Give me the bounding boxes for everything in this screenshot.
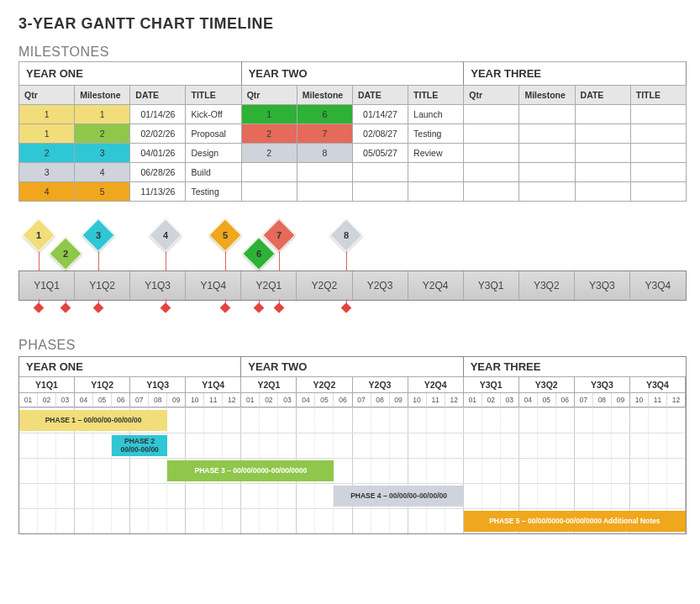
phase-month-head: 08	[593, 393, 612, 407]
timeline-tick	[33, 302, 44, 313]
timeline-tick	[220, 302, 231, 313]
timeline-tick	[161, 302, 171, 313]
phase-month-head: 01	[241, 393, 260, 407]
phase-month-head: 10	[408, 393, 427, 407]
milestone-diamond: 2	[49, 237, 82, 270]
phase-month-head: 11	[649, 393, 667, 407]
phase-month-head: 04	[75, 393, 93, 407]
phase-bar: PHASE 5 – 00/00/0000-00/00/0000 Addition…	[464, 511, 686, 532]
col-milestone: Milestone	[75, 86, 130, 105]
col-milestone: Milestone	[297, 86, 352, 105]
phase-month-head: 09	[390, 393, 408, 407]
timeline-quarter: Y2Q4	[408, 271, 464, 300]
phase-month-head: 06	[112, 393, 130, 407]
phase-month-head: 10	[630, 393, 649, 407]
table-row: 3406/28/26Build	[19, 163, 687, 182]
phase-month-head: 12	[667, 393, 686, 407]
timeline-quarter: Y2Q2	[297, 271, 352, 300]
milestone-diamond: 8	[329, 218, 363, 252]
phase-qtr-head: Y1Q4	[186, 377, 241, 393]
phase-month-head: 04	[519, 393, 538, 407]
year-two-head: YEAR TWO	[241, 62, 464, 86]
phase-month-head: 08	[371, 393, 390, 407]
phase-qtr-head: Y2Q1	[241, 377, 297, 393]
col-title: TITLE	[186, 86, 241, 105]
phase-month-head: 02	[482, 393, 501, 407]
phase-bar: PHASE 2 00/00-00/00	[112, 435, 167, 456]
col-qtr: Qtr	[19, 86, 75, 105]
phase-month-head: 06	[334, 393, 352, 407]
col-date: DATE	[575, 86, 630, 105]
timeline: 12345678 Y1Q1Y1Q2Y1Q3Y1Q4Y2Q1Y2Q2Y2Q3Y2Q…	[18, 220, 687, 326]
phase-qtr-head: Y1Q2	[75, 377, 130, 393]
timeline-quarter: Y1Q4	[186, 271, 241, 300]
timeline-tick	[340, 302, 351, 313]
phase-bar: PHASE 4 – 00/00/00-00/00/00	[334, 486, 463, 507]
phase-month-head: 07	[130, 393, 149, 407]
phase-row: PHASE 3 – 00/00/0000-00/00/0000	[19, 458, 686, 483]
phase-year-head: YEAR TWO	[241, 357, 463, 377]
timeline-quarter: Y3Q4	[630, 271, 686, 300]
section-phases: PHASES	[18, 338, 685, 353]
phase-qtr-head: Y3Q2	[519, 377, 575, 393]
milestones-table: YEAR ONE YEAR TWO YEAR THREE QtrMileston…	[18, 61, 687, 202]
phase-row: PHASE 2 00/00-00/00	[19, 433, 686, 458]
phase-month-head: 06	[556, 393, 575, 407]
phase-bar: PHASE 1 – 00/00/00-00/00/00	[19, 410, 167, 431]
col-date: DATE	[352, 86, 408, 105]
phase-year-head: YEAR THREE	[464, 357, 686, 377]
phase-month-head: 05	[538, 393, 556, 407]
timeline-tick	[93, 302, 104, 313]
timeline-tick	[60, 302, 71, 313]
phase-qtr-head: Y3Q3	[575, 377, 630, 393]
page-title: 3-YEAR GANTT CHART TIMELINE	[18, 15, 685, 33]
phase-month-head: 03	[501, 393, 519, 407]
phase-bar: PHASE 3 – 00/00/0000-00/00/0000	[167, 460, 334, 481]
timeline-quarter: Y2Q3	[353, 271, 408, 300]
phase-qtr-head: Y2Q2	[297, 377, 352, 393]
phase-month-head: 05	[315, 393, 334, 407]
phase-month-head: 01	[464, 393, 482, 407]
milestone-diamond: 4	[149, 218, 182, 252]
phase-month-head: 03	[278, 393, 297, 407]
col-milestone: Milestone	[519, 86, 575, 105]
phase-month-head: 11	[427, 393, 445, 407]
year-three-head: YEAR THREE	[464, 62, 687, 86]
timeline-quarter: Y3Q2	[519, 271, 575, 300]
section-milestones: MILESTONES	[18, 45, 685, 60]
timeline-tick	[274, 302, 285, 313]
phase-month-head: 02	[38, 393, 56, 407]
table-row: 4511/13/26Testing	[19, 182, 687, 202]
phase-month-head: 05	[93, 393, 112, 407]
col-title: TITLE	[408, 86, 464, 105]
phase-month-head: 12	[223, 393, 241, 407]
col-qtr: Qtr	[464, 86, 519, 105]
col-qtr: Qtr	[241, 86, 297, 105]
col-title: TITLE	[630, 86, 686, 105]
table-row: 1202/02/26Proposal2702/08/27Testing	[19, 124, 687, 144]
phase-row: PHASE 1 – 00/00/00-00/00/00	[19, 407, 686, 433]
phase-month-head: 07	[353, 393, 371, 407]
phases-table: YEAR ONEYEAR TWOYEAR THREE Y1Q1Y1Q2Y1Q3Y…	[18, 356, 687, 534]
timeline-quarter: Y2Q1	[241, 271, 297, 300]
phase-month-head: 07	[575, 393, 593, 407]
phase-month-head: 02	[260, 393, 278, 407]
phase-month-head: 08	[149, 393, 167, 407]
timeline-quarter: Y3Q3	[575, 271, 630, 300]
table-row: 2304/01/26Design2805/05/27Review	[19, 144, 687, 163]
timeline-tick	[254, 302, 265, 313]
phase-row: PHASE 5 – 00/00/0000-00/00/0000 Addition…	[19, 508, 686, 533]
phase-qtr-head: Y1Q3	[130, 377, 186, 393]
phase-qtr-head: Y1Q1	[19, 377, 75, 393]
phase-month-head: 03	[56, 393, 75, 407]
timeline-quarter: Y1Q3	[130, 271, 186, 300]
phase-month-head: 11	[204, 393, 223, 407]
year-one-head: YEAR ONE	[19, 62, 242, 86]
milestone-diamond: 1	[22, 218, 55, 252]
phase-month-head: 09	[167, 393, 186, 407]
timeline-quarter: Y1Q2	[75, 271, 130, 300]
timeline-quarter: Y1Q1	[19, 271, 75, 300]
milestone-diamond: 3	[82, 218, 116, 252]
table-row: 1101/14/26Kick-Off1601/14/27Launch	[19, 105, 687, 124]
phase-row: PHASE 4 – 00/00/00-00/00/00	[19, 483, 686, 508]
